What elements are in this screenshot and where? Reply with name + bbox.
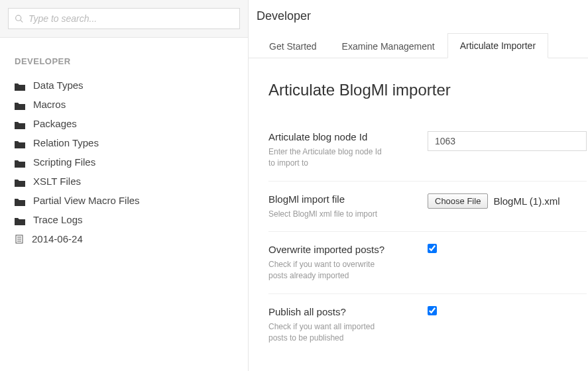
tree-item-label: Macros	[33, 99, 66, 110]
tree-item-packages[interactable]: Packages	[15, 114, 248, 133]
document-icon	[15, 235, 24, 244]
sidebar-section-title: DEVELOPER	[0, 38, 248, 76]
field-import-file: BlogMl import file Select BlogMl xml fil…	[268, 182, 587, 233]
tree-item-label: Partial View Macro Files	[33, 195, 140, 206]
folder-icon	[15, 178, 25, 186]
field-node-id: Articulate blog node Id Enter the Articu…	[268, 119, 587, 182]
field-publish: Publish all posts? Check if you want all…	[268, 294, 587, 356]
tree-item-macros[interactable]: Macros	[15, 95, 248, 114]
header: Developer Get Started Examine Management…	[249, 0, 588, 58]
folder-icon	[15, 197, 25, 205]
field-help: Check if you want to overwrite posts alr…	[268, 259, 388, 282]
overwrite-checkbox[interactable]	[428, 244, 437, 253]
field-help: Select BlogMl xml file to import	[268, 209, 388, 220]
tabs: Get Started Examine Management Articulat…	[249, 32, 588, 58]
tree-item-xslt-files[interactable]: XSLT Files	[15, 172, 248, 191]
field-label: Overwrite imported posts?	[268, 244, 414, 255]
tree-item-label: XSLT Files	[33, 176, 81, 187]
folder-icon	[15, 216, 25, 224]
folder-icon	[15, 101, 25, 109]
tree-item-label: Scripting Files	[33, 156, 95, 168]
tree-item-trace-log-entry[interactable]: 2014-06-24	[15, 229, 248, 248]
tree-item-label: Packages	[33, 118, 77, 129]
search-input[interactable]	[8, 8, 240, 29]
tree-item-label: Trace Logs	[33, 214, 82, 225]
field-label: BlogMl import file	[268, 193, 414, 205]
svg-line-1	[21, 20, 23, 22]
tree-item-relation-types[interactable]: Relation Types	[15, 133, 248, 152]
field-help: Check if you want all imported posts to …	[268, 321, 388, 344]
choose-file-button[interactable]: Choose File	[428, 193, 488, 209]
tab-get-started[interactable]: Get Started	[257, 34, 329, 58]
field-label: Publish all posts?	[268, 306, 414, 317]
field-overwrite: Overwrite imported posts? Check if you w…	[268, 232, 587, 294]
main: Developer Get Started Examine Management…	[249, 0, 588, 371]
content-heading: Articulate BlogMl importer	[268, 81, 587, 99]
tree-item-scripting-files[interactable]: Scripting Files	[15, 152, 248, 172]
tree-item-data-types[interactable]: Data Types	[15, 76, 248, 95]
field-help: Enter the Articulate blog node Id to imp…	[268, 146, 388, 169]
tree-item-label: Data Types	[33, 80, 84, 91]
folder-icon	[15, 158, 25, 166]
node-id-input[interactable]	[428, 131, 587, 151]
folder-icon	[15, 81, 25, 89]
tree-item-label: 2014-06-24	[32, 233, 83, 244]
folder-icon	[15, 139, 25, 147]
content: Articulate BlogMl importer Articulate bl…	[249, 58, 588, 369]
folder-icon	[15, 120, 25, 128]
tab-examine-management[interactable]: Examine Management	[329, 34, 447, 58]
publish-checkbox[interactable]	[428, 306, 437, 315]
sidebar-tree: Data Types Macros Packages Relation Type…	[0, 76, 248, 229]
search-wrap	[0, 0, 248, 38]
svg-point-0	[16, 15, 21, 21]
sidebar: DEVELOPER Data Types Macros Packages Rel…	[0, 0, 249, 371]
tree-item-label: Relation Types	[33, 137, 99, 148]
selected-file-name: BlogML (1).xml	[493, 195, 559, 207]
field-label: Articulate blog node Id	[268, 131, 414, 142]
tree-item-partial-view-macro-files[interactable]: Partial View Macro Files	[15, 191, 248, 210]
tree-item-trace-logs[interactable]: Trace Logs	[15, 210, 248, 229]
tab-articulate-importer[interactable]: Articulate Importer	[447, 33, 548, 58]
page-title: Developer	[249, 9, 588, 23]
